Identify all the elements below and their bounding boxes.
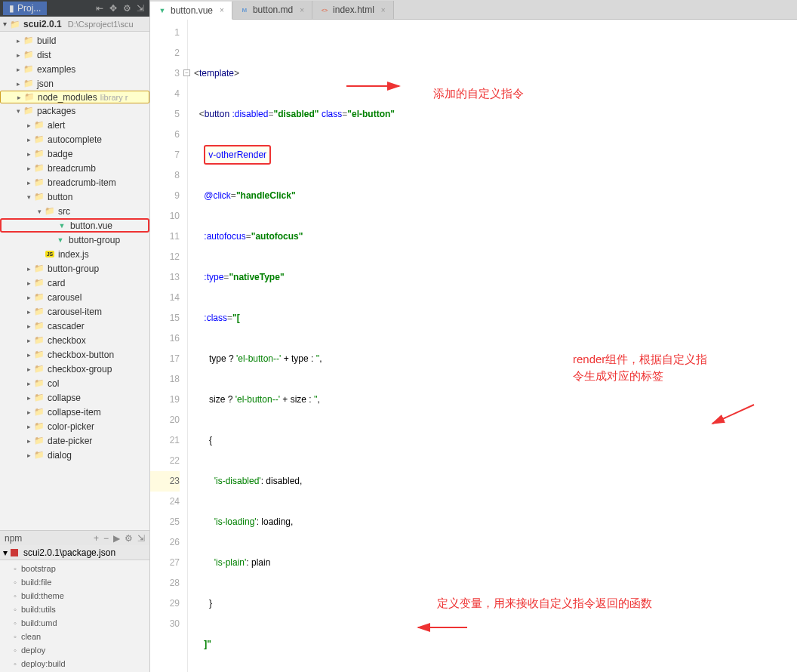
tree-item-carousel-item[interactable]: ▸carousel-item (0, 304, 149, 319)
tree-item-breadcrumb[interactable]: ▸breadcrumb (0, 161, 149, 175)
chevron-right-icon[interactable]: ▸ (24, 423, 33, 430)
tree-item-alert[interactable]: ▸alert (0, 118, 149, 132)
chevron-right-icon[interactable]: ▸ (14, 94, 23, 101)
close-icon[interactable]: × (300, 6, 304, 14)
tree-item-collapse[interactable]: ▸collapse (0, 390, 149, 405)
chevron-right-icon[interactable]: ▸ (14, 51, 23, 59)
editor-tab-index-html[interactable]: index.html× (312, 1, 394, 19)
chevron-down-icon[interactable]: ▾ (24, 193, 33, 201)
tree-item-src[interactable]: ▾src (0, 204, 149, 218)
tree-item-button[interactable]: ▾button (0, 190, 149, 204)
vue-icon (158, 6, 167, 15)
gear-icon[interactable]: ⚙ (125, 533, 133, 544)
chevron-right-icon[interactable]: ▸ (24, 165, 33, 172)
chevron-right-icon[interactable]: ▸ (24, 294, 33, 301)
line-number: 10 (150, 206, 180, 227)
tree-item-label: checkbox-group (48, 364, 112, 375)
chevron-right-icon[interactable]: ▸ (24, 322, 33, 330)
chevron-right-icon[interactable]: ▸ (24, 265, 33, 273)
chevron-right-icon[interactable]: ▸ (24, 380, 33, 387)
tree-item-autocomplete[interactable]: ▸autocomplete (0, 132, 149, 146)
tree-item-carousel[interactable]: ▸carousel (0, 290, 149, 304)
tree-item-button-group[interactable]: button-group (0, 233, 149, 247)
folder-icon (33, 321, 45, 331)
npm-script-deploy-build[interactable]: deploy:build (0, 657, 149, 670)
fold-marker[interactable]: − (183, 69, 190, 76)
tree-item-col[interactable]: ▸col (0, 376, 149, 390)
tree-item-label: index.js (58, 249, 89, 260)
tree-item-dist[interactable]: ▸dist (0, 48, 149, 62)
npm-script-bootstrap[interactable]: bootstrap (0, 562, 149, 575)
chevron-right-icon[interactable]: ▸ (24, 308, 33, 316)
chevron-right-icon[interactable]: ▸ (14, 80, 23, 88)
tree-item-collapse-item[interactable]: ▸collapse-item (0, 405, 149, 419)
npm-script-build-utils[interactable]: build:utils (0, 603, 149, 616)
npm-script-deploy[interactable]: deploy (0, 643, 149, 657)
plus-icon[interactable]: + (94, 533, 99, 544)
chevron-right-icon[interactable]: ▸ (24, 337, 33, 344)
chevron-right-icon[interactable]: ▸ (24, 150, 33, 158)
code-editor[interactable]: 1234567891011121314151617181920212223242… (150, 20, 797, 672)
tree-item-checkbox-button[interactable]: ▸checkbox-button (0, 347, 149, 362)
npm-script-build-file[interactable]: build:file (0, 575, 149, 589)
folder-icon (33, 149, 45, 159)
chevron-right-icon[interactable]: ▸ (24, 408, 33, 416)
tree-item-cascader[interactable]: ▸cascader (0, 319, 149, 333)
npm-script-build-theme[interactable]: build:theme (0, 589, 149, 603)
chevron-right-icon[interactable]: ▸ (24, 394, 33, 402)
npm-script-build-umd[interactable]: build:umd (0, 616, 149, 630)
chevron-down-icon: ▾ (3, 547, 8, 558)
tree-item-checkbox-group[interactable]: ▸checkbox-group (0, 362, 149, 376)
tree-item-node_modules[interactable]: ▸node_moduleslibrary r (0, 91, 149, 103)
run-icon[interactable]: ▶ (113, 533, 120, 544)
chevron-down-icon[interactable]: ▾ (35, 208, 44, 215)
chevron-right-icon[interactable]: ▸ (24, 351, 33, 359)
tree-item-index-js[interactable]: index.js (0, 247, 149, 261)
tree-item-button-vue[interactable]: button.vue (0, 218, 149, 233)
editor-tab-button-vue[interactable]: button.vue× (150, 2, 232, 20)
hide-icon[interactable]: ⇲ (134, 2, 146, 14)
editor-tab-button-md[interactable]: button.md× (232, 1, 312, 19)
locate-icon[interactable]: ✥ (107, 2, 119, 14)
tree-item-breadcrumb-item[interactable]: ▸breadcrumb-item (0, 175, 149, 190)
chevron-right-icon[interactable]: ▸ (14, 66, 23, 73)
tree-item-build[interactable]: ▸build (0, 33, 149, 48)
chevron-right-icon[interactable]: ▸ (24, 437, 33, 445)
tree-item-json[interactable]: ▸json (0, 76, 149, 91)
tree-item-card[interactable]: ▸card (0, 276, 149, 290)
tree-item-examples[interactable]: ▸examples (0, 62, 149, 76)
project-root-name: scui2.0.1 (23, 19, 62, 29)
tree-item-label: build (37, 35, 56, 46)
chevron-right-icon[interactable]: ▸ (24, 452, 33, 459)
chevron-right-icon[interactable]: ▸ (24, 136, 33, 143)
project-tool-tab[interactable]: ▮ Proj... (3, 2, 47, 15)
tree-item-badge[interactable]: ▸badge (0, 146, 149, 161)
npm-header[interactable]: ▾ scui2.0.1\package.json (0, 545, 149, 560)
close-icon[interactable]: × (220, 6, 224, 14)
chevron-right-icon[interactable]: ▸ (24, 365, 33, 373)
chevron-right-icon[interactable]: ▸ (24, 179, 33, 186)
tree-item-label: dialog (48, 450, 72, 461)
tree-item-checkbox[interactable]: ▸checkbox (0, 333, 149, 347)
chevron-right-icon[interactable]: ▸ (24, 122, 33, 129)
hide-icon[interactable]: ⇲ (137, 533, 145, 544)
vue-icon (54, 235, 66, 245)
npm-script-clean[interactable]: clean (0, 630, 149, 643)
project-root-row[interactable]: ▾ scui2.0.1 D:\Csproject1\scu (0, 17, 149, 32)
collapse-icon[interactable]: ⇤ (94, 2, 106, 14)
minus-icon[interactable]: − (103, 533, 109, 544)
code-content[interactable]: −<template> <button :disabled="disabled"… (188, 20, 797, 672)
project-tree[interactable]: ▸build▸dist▸examples▸json▸node_modulesli… (0, 32, 149, 530)
tree-item-label: button-group (69, 235, 120, 245)
tree-item-button-group[interactable]: ▸button-group (0, 261, 149, 276)
tree-item-color-picker[interactable]: ▸color-picker (0, 419, 149, 433)
chevron-right-icon[interactable]: ▸ (24, 279, 33, 287)
close-icon[interactable]: × (381, 6, 386, 14)
tree-item-packages[interactable]: ▾packages (0, 103, 149, 118)
chevron-down-icon[interactable]: ▾ (14, 107, 23, 115)
chevron-right-icon[interactable]: ▸ (14, 37, 23, 45)
gear-icon[interactable]: ⚙ (121, 2, 133, 14)
tree-item-dialog[interactable]: ▸dialog (0, 448, 149, 462)
tree-item-date-picker[interactable]: ▸date-picker (0, 433, 149, 448)
tab-icon: ▮ (9, 3, 14, 14)
